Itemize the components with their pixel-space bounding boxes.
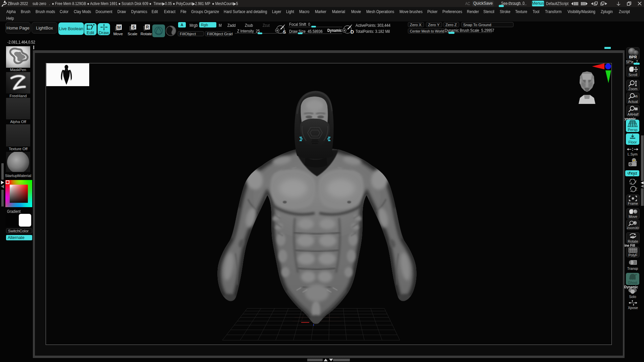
svg-text:Z: Z: [635, 187, 637, 191]
svg-text:D: D: [351, 29, 354, 35]
svg-text:R: R: [146, 25, 149, 29]
svg-text:M: M: [117, 25, 121, 30]
svg-text:Y: Y: [635, 180, 637, 184]
svg-text:x1: x1: [634, 95, 638, 98]
svg-text:S: S: [132, 25, 135, 29]
svg-text:S: S: [283, 29, 286, 35]
